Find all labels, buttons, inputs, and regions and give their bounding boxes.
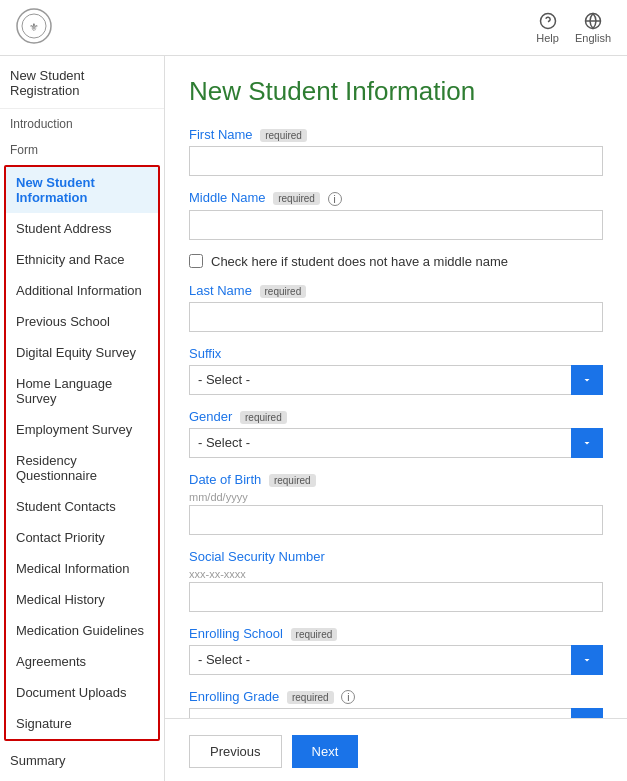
enrolling-grade-info-icon[interactable]: i [341,690,355,704]
layout: New Student Registration Introduction Fo… [0,56,627,781]
sidebar-title: New Student Registration [0,56,164,109]
sidebar-item-signature[interactable]: Signature [6,708,158,739]
dob-required: required [269,474,316,487]
first-name-group: First Name required [189,127,603,176]
sidebar: New Student Registration Introduction Fo… [0,56,165,781]
last-name-input[interactable] [189,302,603,332]
enrolling-grade-label: Enrolling Grade required i [189,689,603,705]
sidebar-item-contact-priority[interactable]: Contact Priority [6,522,158,553]
last-name-label: Last Name required [189,283,603,298]
logo: ⚜ [16,8,52,47]
gender-group: Gender required - Select - [189,409,603,458]
dob-input[interactable] [189,505,603,535]
middle-name-info-icon[interactable]: i [328,192,342,206]
enrolling-school-label: Enrolling School required [189,626,603,641]
enrolling-school-select-wrapper: - Select - [189,645,603,675]
help-button[interactable]: Help [536,12,559,44]
first-name-input[interactable] [189,146,603,176]
middle-name-input[interactable] [189,210,603,240]
first-name-required: required [260,129,307,142]
no-middle-name-label: Check here if student does not have a mi… [211,254,508,269]
suffix-group: Suffix - Select - [189,346,603,395]
enrolling-school-required: required [291,628,338,641]
no-middle-name-row: Check here if student does not have a mi… [189,254,603,269]
dob-label: Date of Birth required [189,472,603,487]
sidebar-item-digital-equity-survey[interactable]: Digital Equity Survey [6,337,158,368]
sidebar-item-medication-guidelines[interactable]: Medication Guidelines [6,615,158,646]
first-name-label: First Name required [189,127,603,142]
suffix-label: Suffix [189,346,603,361]
sidebar-item-new-student-information[interactable]: New Student Information [6,167,158,213]
enrolling-school-select[interactable]: - Select - [189,645,603,675]
suffix-select[interactable]: - Select - [189,365,603,395]
enrolling-grade-group: Enrolling Grade required i - Select - [189,689,603,718]
sidebar-item-student-contacts[interactable]: Student Contacts [6,491,158,522]
sidebar-item-agreements[interactable]: Agreements [6,646,158,677]
sidebar-item-previous-school[interactable]: Previous School [6,306,158,337]
next-button[interactable]: Next [292,735,359,768]
gender-required: required [240,411,287,424]
language-button[interactable]: English [575,12,611,44]
no-middle-name-checkbox[interactable] [189,254,203,268]
ssn-label: Social Security Number [189,549,603,564]
dob-placeholder: mm/dd/yyyy [189,491,603,503]
suffix-select-wrapper: - Select - [189,365,603,395]
previous-button[interactable]: Previous [189,735,282,768]
middle-name-group: Middle Name required i [189,190,603,240]
form-label: Form [0,135,164,161]
ssn-group: Social Security Number xxx-xx-xxxx [189,549,603,612]
sidebar-item-student-address[interactable]: Student Address [6,213,158,244]
sidebar-item-residency-questionnaire[interactable]: Residency Questionnaire [6,445,158,491]
sidebar-item-additional-information[interactable]: Additional Information [6,275,158,306]
introduction-label: Introduction [0,109,164,135]
header: ⚜ Help English [0,0,627,56]
svg-text:⚜: ⚜ [29,21,39,33]
ssn-input[interactable] [189,582,603,612]
sidebar-summary[interactable]: Summary [0,745,164,776]
form-section-box: New Student Information Student Address … [4,165,160,741]
main-title: New Student Information [189,76,603,107]
sidebar-item-employment-survey[interactable]: Employment Survey [6,414,158,445]
footer-buttons: Previous Next [165,718,627,781]
enrolling-grade-required: required [287,691,334,704]
gender-select[interactable]: - Select - [189,428,603,458]
main-content: New Student Information First Name requi… [165,56,627,718]
ssn-placeholder: xxx-xx-xxxx [189,568,603,580]
last-name-required: required [260,285,307,298]
header-actions: Help English [536,12,611,44]
gender-select-wrapper: - Select - [189,428,603,458]
sidebar-item-home-language-survey[interactable]: Home Language Survey [6,368,158,414]
enrolling-school-group: Enrolling School required - Select - [189,626,603,675]
gender-label: Gender required [189,409,603,424]
sidebar-item-ethnicity-and-race[interactable]: Ethnicity and Race [6,244,158,275]
enrolling-grade-select[interactable]: - Select - [189,708,603,718]
sidebar-item-medical-information[interactable]: Medical Information [6,553,158,584]
enrolling-grade-select-wrapper: - Select - [189,708,603,718]
middle-name-label: Middle Name required i [189,190,603,206]
last-name-group: Last Name required [189,283,603,332]
sidebar-item-document-uploads[interactable]: Document Uploads [6,677,158,708]
dob-group: Date of Birth required mm/dd/yyyy [189,472,603,535]
middle-name-required: required [273,192,320,205]
sidebar-item-medical-history[interactable]: Medical History [6,584,158,615]
